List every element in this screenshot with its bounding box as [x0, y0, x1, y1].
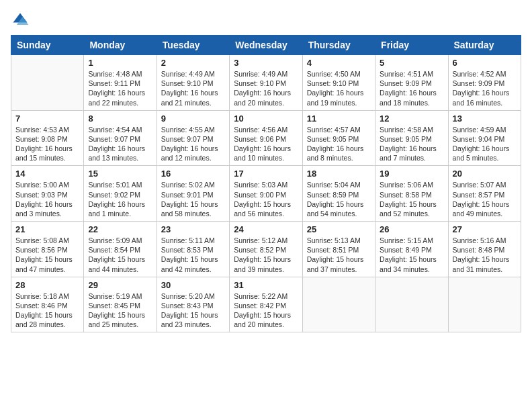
- calendar-cell: 2Sunrise: 4:49 AM Sunset: 9:10 PM Daylig…: [157, 55, 229, 111]
- calendar-week-1: 1Sunrise: 4:48 AM Sunset: 9:11 PM Daylig…: [11, 55, 521, 111]
- calendar-cell: 1Sunrise: 4:48 AM Sunset: 9:11 PM Daylig…: [84, 55, 157, 111]
- cell-content: Sunrise: 4:49 AM Sunset: 9:10 PM Dayligh…: [161, 69, 225, 107]
- calendar-cell: 14Sunrise: 5:00 AM Sunset: 9:03 PM Dayli…: [11, 166, 84, 222]
- day-number: 17: [234, 169, 298, 179]
- calendar-cell: 17Sunrise: 5:03 AM Sunset: 9:00 PM Dayli…: [230, 166, 302, 222]
- cell-content: Sunrise: 5:04 AM Sunset: 8:59 PM Dayligh…: [307, 180, 371, 218]
- cell-content: Sunrise: 4:54 AM Sunset: 9:07 PM Dayligh…: [88, 125, 152, 163]
- page-header: [11, 11, 521, 30]
- calendar-cell: 21Sunrise: 5:08 AM Sunset: 8:56 PM Dayli…: [11, 222, 84, 277]
- calendar-cell: 19Sunrise: 5:06 AM Sunset: 8:58 PM Dayli…: [375, 166, 448, 222]
- day-number: 25: [307, 224, 371, 234]
- cell-content: Sunrise: 4:57 AM Sunset: 9:05 PM Dayligh…: [307, 125, 371, 163]
- cell-content: Sunrise: 5:01 AM Sunset: 9:02 PM Dayligh…: [88, 180, 152, 218]
- cell-content: Sunrise: 4:53 AM Sunset: 9:08 PM Dayligh…: [15, 125, 79, 163]
- calendar-cell: 20Sunrise: 5:07 AM Sunset: 8:57 PM Dayli…: [448, 166, 521, 222]
- calendar-week-2: 7Sunrise: 4:53 AM Sunset: 9:08 PM Daylig…: [11, 110, 521, 166]
- day-number: 13: [453, 113, 517, 124]
- day-number: 10: [234, 113, 298, 124]
- cell-content: Sunrise: 5:18 AM Sunset: 8:46 PM Dayligh…: [15, 291, 79, 330]
- calendar-cell: 24Sunrise: 5:12 AM Sunset: 8:52 PM Dayli…: [230, 222, 302, 277]
- day-number: 26: [380, 224, 443, 234]
- calendar-cell: 25Sunrise: 5:13 AM Sunset: 8:51 PM Dayli…: [302, 222, 375, 277]
- header-sunday: Sunday: [11, 36, 84, 55]
- calendar-cell: [375, 277, 448, 332]
- cell-content: Sunrise: 5:02 AM Sunset: 9:01 PM Dayligh…: [161, 180, 225, 218]
- header-monday: Monday: [84, 36, 157, 55]
- calendar-cell: 31Sunrise: 5:22 AM Sunset: 8:42 PM Dayli…: [230, 277, 302, 332]
- calendar-cell: [302, 277, 375, 332]
- cell-content: Sunrise: 4:52 AM Sunset: 9:09 PM Dayligh…: [453, 69, 517, 107]
- day-number: 21: [15, 224, 79, 234]
- day-number: 11: [307, 113, 371, 124]
- cell-content: Sunrise: 5:00 AM Sunset: 9:03 PM Dayligh…: [15, 180, 79, 218]
- day-number: 7: [15, 113, 79, 124]
- day-number: 23: [161, 224, 225, 234]
- cell-content: Sunrise: 4:59 AM Sunset: 9:04 PM Dayligh…: [453, 125, 517, 163]
- day-number: 14: [15, 169, 79, 179]
- calendar-cell: 30Sunrise: 5:20 AM Sunset: 8:43 PM Dayli…: [157, 277, 229, 332]
- calendar-cell: 6Sunrise: 4:52 AM Sunset: 9:09 PM Daylig…: [448, 55, 521, 111]
- calendar-header-row: SundayMondayTuesdayWednesdayThursdayFrid…: [11, 36, 521, 55]
- day-number: 20: [453, 169, 517, 179]
- day-number: 12: [380, 113, 443, 124]
- calendar-cell: [448, 277, 521, 332]
- logo-icon: [11, 11, 30, 30]
- calendar-cell: 28Sunrise: 5:18 AM Sunset: 8:46 PM Dayli…: [11, 277, 84, 332]
- header-wednesday: Wednesday: [230, 36, 302, 55]
- calendar-cell: 7Sunrise: 4:53 AM Sunset: 9:08 PM Daylig…: [11, 110, 84, 166]
- calendar-cell: 29Sunrise: 5:19 AM Sunset: 8:45 PM Dayli…: [84, 277, 157, 332]
- header-thursday: Thursday: [302, 36, 375, 55]
- day-number: 5: [380, 58, 443, 68]
- cell-content: Sunrise: 5:06 AM Sunset: 8:58 PM Dayligh…: [380, 180, 443, 218]
- calendar-cell: 3Sunrise: 4:49 AM Sunset: 9:10 PM Daylig…: [230, 55, 302, 111]
- calendar-cell: 4Sunrise: 4:50 AM Sunset: 9:10 PM Daylig…: [302, 55, 375, 111]
- cell-content: Sunrise: 5:12 AM Sunset: 8:52 PM Dayligh…: [234, 236, 298, 274]
- calendar-cell: 27Sunrise: 5:16 AM Sunset: 8:48 PM Dayli…: [448, 222, 521, 277]
- cell-content: Sunrise: 4:49 AM Sunset: 9:10 PM Dayligh…: [234, 69, 298, 107]
- calendar-cell: 11Sunrise: 4:57 AM Sunset: 9:05 PM Dayli…: [302, 110, 375, 166]
- cell-content: Sunrise: 5:03 AM Sunset: 9:00 PM Dayligh…: [234, 180, 298, 218]
- cell-content: Sunrise: 4:56 AM Sunset: 9:06 PM Dayligh…: [234, 125, 298, 163]
- day-number: 30: [161, 280, 225, 290]
- calendar-cell: 26Sunrise: 5:15 AM Sunset: 8:49 PM Dayli…: [375, 222, 448, 277]
- calendar-cell: 13Sunrise: 4:59 AM Sunset: 9:04 PM Dayli…: [448, 110, 521, 166]
- day-number: 6: [453, 58, 517, 68]
- calendar-cell: 8Sunrise: 4:54 AM Sunset: 9:07 PM Daylig…: [84, 110, 157, 166]
- cell-content: Sunrise: 5:20 AM Sunset: 8:43 PM Dayligh…: [161, 291, 225, 330]
- logo: [11, 11, 32, 30]
- cell-content: Sunrise: 4:50 AM Sunset: 9:10 PM Dayligh…: [307, 69, 371, 107]
- cell-content: Sunrise: 5:08 AM Sunset: 8:56 PM Dayligh…: [15, 236, 79, 274]
- day-number: 9: [161, 113, 225, 124]
- calendar-cell: 15Sunrise: 5:01 AM Sunset: 9:02 PM Dayli…: [84, 166, 157, 222]
- day-number: 24: [234, 224, 298, 234]
- calendar-cell: 22Sunrise: 5:09 AM Sunset: 8:54 PM Dayli…: [84, 222, 157, 277]
- cell-content: Sunrise: 4:51 AM Sunset: 9:09 PM Dayligh…: [380, 69, 443, 107]
- calendar-week-3: 14Sunrise: 5:00 AM Sunset: 9:03 PM Dayli…: [11, 166, 521, 222]
- day-number: 8: [88, 113, 152, 124]
- cell-content: Sunrise: 5:13 AM Sunset: 8:51 PM Dayligh…: [307, 236, 371, 274]
- cell-content: Sunrise: 4:55 AM Sunset: 9:07 PM Dayligh…: [161, 125, 225, 163]
- header-saturday: Saturday: [448, 36, 521, 55]
- day-number: 29: [88, 280, 152, 290]
- calendar-cell: 9Sunrise: 4:55 AM Sunset: 9:07 PM Daylig…: [157, 110, 229, 166]
- calendar-week-5: 28Sunrise: 5:18 AM Sunset: 8:46 PM Dayli…: [11, 277, 521, 332]
- cell-content: Sunrise: 5:15 AM Sunset: 8:49 PM Dayligh…: [380, 236, 443, 274]
- cell-content: Sunrise: 5:09 AM Sunset: 8:54 PM Dayligh…: [88, 236, 152, 274]
- cell-content: Sunrise: 4:58 AM Sunset: 9:05 PM Dayligh…: [380, 125, 443, 163]
- day-number: 4: [307, 58, 371, 68]
- calendar-cell: 16Sunrise: 5:02 AM Sunset: 9:01 PM Dayli…: [157, 166, 229, 222]
- calendar-table: SundayMondayTuesdayWednesdayThursdayFrid…: [11, 35, 521, 332]
- header-tuesday: Tuesday: [157, 36, 229, 55]
- day-number: 2: [161, 58, 225, 68]
- cell-content: Sunrise: 4:48 AM Sunset: 9:11 PM Dayligh…: [88, 69, 152, 107]
- calendar-cell: [11, 55, 84, 111]
- day-number: 28: [15, 280, 79, 290]
- day-number: 19: [380, 169, 443, 179]
- cell-content: Sunrise: 5:16 AM Sunset: 8:48 PM Dayligh…: [453, 236, 517, 274]
- cell-content: Sunrise: 5:07 AM Sunset: 8:57 PM Dayligh…: [453, 180, 517, 218]
- day-number: 18: [307, 169, 371, 179]
- cell-content: Sunrise: 5:22 AM Sunset: 8:42 PM Dayligh…: [234, 291, 298, 330]
- calendar-cell: 23Sunrise: 5:11 AM Sunset: 8:53 PM Dayli…: [157, 222, 229, 277]
- day-number: 22: [88, 224, 152, 234]
